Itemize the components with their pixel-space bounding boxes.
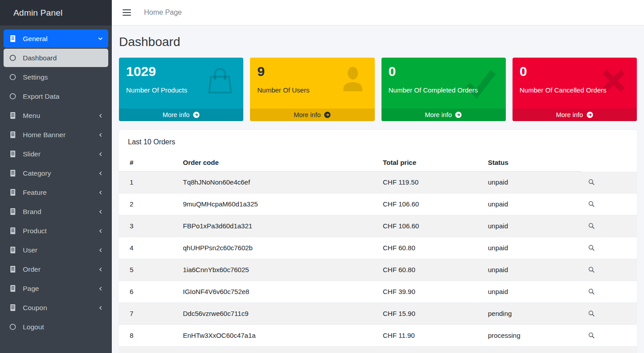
more-info-link[interactable]: More info <box>250 109 374 121</box>
search-icon <box>588 288 595 295</box>
sidebar-item-export-data[interactable]: Export Data <box>4 87 108 105</box>
order-code-cell: EnHTw3XxOC60c47a1a <box>179 324 379 346</box>
info-box-cancelled-orders: 0 Number Of Cancelled Orders More info <box>513 58 637 121</box>
view-order-button[interactable] <box>587 222 596 230</box>
sidebar-item-label: Coupon <box>23 304 47 312</box>
sidebar-item-label: Brand <box>23 208 41 216</box>
more-info-link[interactable]: More info <box>513 109 637 121</box>
sidebar-item-brand[interactable]: Brand <box>4 202 108 221</box>
breadcrumb[interactable]: Home Page <box>144 8 182 17</box>
column-header-order-code: Order code <box>179 154 379 172</box>
column-header-status: Status <box>484 154 581 172</box>
sidebar-item-label: User <box>23 246 38 254</box>
info-box-value: 0 <box>389 63 499 80</box>
view-order-button[interactable] <box>587 178 596 186</box>
more-info-label: More info <box>162 111 189 118</box>
sidebar-item-page[interactable]: Page <box>4 279 108 298</box>
sidebar-item-home-banner[interactable]: Home Banner <box>4 126 108 144</box>
info-box-label: Number Of Products <box>126 86 236 94</box>
book-icon <box>8 285 17 292</box>
book-icon <box>8 304 17 311</box>
view-order-button[interactable] <box>587 200 596 208</box>
search-icon <box>588 266 595 273</box>
sidebar-item-dashboard[interactable]: Dashboard <box>4 49 108 67</box>
column-header-num: # <box>119 154 179 172</box>
more-info-label: More info <box>294 111 321 118</box>
sidebar-item-coupon[interactable]: Coupon <box>4 298 108 317</box>
table-row: 2 9muQMHcpaM60d1a325 CHF 106.60 unpaid <box>119 193 637 215</box>
chevron-left-icon <box>98 190 103 195</box>
view-order-button[interactable] <box>587 309 596 318</box>
view-order-button[interactable] <box>587 265 596 274</box>
more-info-link[interactable]: More info <box>119 109 243 121</box>
table-row: 5 1ia6CnnYbx60c76025 CHF 60.80 unpaid <box>119 259 637 281</box>
sidebar-item-label: Menu <box>23 112 40 120</box>
table-row: 7 Ddc56vzrwe60c711c9 CHF 15.90 pending <box>119 303 637 324</box>
order-code-cell: IGIoNF4V6v60c752e8 <box>179 281 379 303</box>
chevron-left-icon <box>98 151 103 157</box>
sidebar-item-category[interactable]: Category <box>4 164 108 182</box>
total-price-cell: CHF 60.80 <box>379 237 484 259</box>
book-icon <box>8 208 17 215</box>
info-box-label: Number Of Cancelled Orders <box>520 86 630 94</box>
status-cell: unpaid <box>484 215 581 237</box>
chevron-down-icon <box>97 36 103 42</box>
info-box-body: 9 Number Of Users <box>250 58 374 109</box>
action-cell <box>581 172 637 193</box>
more-info-link[interactable]: More info <box>381 109 506 121</box>
chevron-left-icon <box>98 305 103 311</box>
arrow-circle-right-icon <box>586 111 593 118</box>
order-code-cell: qhUHPPsn2c60c7602b <box>179 237 379 259</box>
hamburger-menu-icon[interactable] <box>123 9 131 16</box>
sidebar-item-order[interactable]: Order <box>4 260 108 278</box>
order-number-cell: 4 <box>119 237 179 259</box>
order-code-cell: Tq8hJNoNon60e4c6ef <box>179 172 379 193</box>
chevron-left-icon <box>98 113 103 118</box>
circle-icon <box>8 73 17 81</box>
sidebar-item-label: General <box>23 35 47 43</box>
sidebar-item-menu[interactable]: Menu <box>4 106 108 125</box>
column-header-total-price: Total price <box>379 154 484 172</box>
circle-icon <box>8 323 17 331</box>
sidebar: Admin Panel General Dashboard Settings E… <box>0 0 112 353</box>
table-row <box>119 346 637 353</box>
sidebar-item-settings[interactable]: Settings <box>4 68 108 86</box>
order-code-cell: Ddc56vzrwe60c711c9 <box>179 303 379 324</box>
order-code-cell: 9muQMHcpaM60d1a325 <box>179 193 379 215</box>
sidebar-item-general[interactable]: General <box>4 29 108 48</box>
sidebar-item-label: Home Banner <box>23 131 66 139</box>
search-icon <box>588 310 595 317</box>
action-cell <box>581 324 637 346</box>
order-number-cell: 8 <box>119 324 179 346</box>
sidebar-item-feature[interactable]: Feature <box>4 183 108 202</box>
view-order-button[interactable] <box>587 287 596 296</box>
sidebar-item-user[interactable]: User <box>4 241 108 259</box>
book-icon <box>8 227 17 235</box>
sidebar-item-label: Feature <box>23 189 47 197</box>
search-icon <box>588 179 595 185</box>
book-icon <box>8 150 17 158</box>
chevron-left-icon <box>98 228 103 234</box>
brand[interactable]: Admin Panel <box>0 0 112 25</box>
sidebar-item-label: Order <box>23 265 41 273</box>
book-icon <box>8 112 17 119</box>
search-icon <box>588 332 595 339</box>
total-price-cell: CHF 119.50 <box>379 172 484 193</box>
info-box-users: 9 Number Of Users More info <box>250 58 374 121</box>
sidebar-item-label: Settings <box>23 73 48 81</box>
status-cell: unpaid <box>484 237 581 259</box>
view-order-button[interactable] <box>587 244 596 252</box>
main-area: Home Page Dashboard 1029 Number Of Produ… <box>112 0 644 353</box>
book-icon <box>8 169 17 177</box>
total-price-cell: CHF 39.90 <box>379 281 484 303</box>
app-window: Admin Panel General Dashboard Settings E… <box>0 0 644 353</box>
sidebar-item-slider[interactable]: Slider <box>4 145 108 163</box>
sidebar-item-logout[interactable]: Logout <box>4 318 108 336</box>
info-box-body: 0 Number Of Completed Orders <box>381 58 506 109</box>
sidebar-item-product[interactable]: Product <box>4 222 108 240</box>
status-cell: pending <box>484 303 581 324</box>
book-icon <box>8 35 17 42</box>
order-number-cell: 2 <box>119 193 179 215</box>
card-title: Last 10 Orders <box>119 130 637 154</box>
view-order-button[interactable] <box>587 331 596 340</box>
